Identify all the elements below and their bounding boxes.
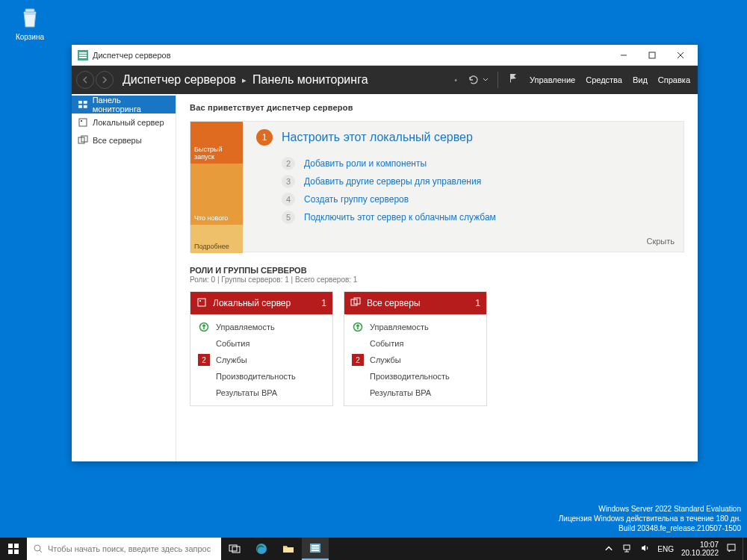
task-view-button[interactable]: [221, 538, 248, 560]
maximize-button[interactable]: [638, 46, 666, 65]
svg-rect-7: [84, 101, 87, 104]
step-number-icon: 3: [282, 175, 295, 188]
tile-all-servers[interactable]: Все серверы 1 Управляемость События 2Слу…: [344, 291, 487, 406]
menu-manage[interactable]: Управление: [530, 75, 575, 84]
svg-rect-11: [81, 120, 82, 122]
svg-rect-25: [229, 545, 237, 551]
recycle-bin-icon: [16, 4, 43, 31]
step-number-icon: 2: [282, 157, 295, 170]
add-servers-link[interactable]: Добавить другие серверы для управления: [304, 176, 481, 187]
minimize-button[interactable]: [610, 46, 638, 65]
welcome-panel: Быстрый запуск Что нового Подробнее 1 На…: [190, 121, 684, 252]
chevron-right-icon: ▸: [242, 75, 247, 85]
desktop-watermark: Windows Server 2022 Standard Evaluation …: [559, 504, 741, 533]
breadcrumb: Диспетчер серверов ▸ Панель мониторинга: [123, 73, 368, 87]
sidebar-item-label: Панель мониторинга: [93, 96, 170, 113]
tab-quick-start[interactable]: Быстрый запуск: [190, 122, 243, 164]
taskbar: Чтобы начать поиск, введите здесь запрос…: [0, 538, 747, 560]
welcome-title: Вас приветствует диспетчер серверов: [190, 103, 684, 112]
svg-rect-21: [14, 544, 19, 548]
svg-rect-33: [624, 545, 630, 550]
tile-row-performance[interactable]: Производительность: [344, 368, 486, 385]
svg-rect-6: [78, 101, 82, 104]
tile-title: Все серверы: [367, 298, 421, 308]
roles-section-subtitle: Роли: 0 | Группы серверов: 1 | Всего сер…: [190, 276, 684, 284]
tile-row-bpa[interactable]: Результаты BPA: [190, 385, 332, 401]
svg-rect-0: [25, 9, 34, 12]
language-indicator[interactable]: ENG: [657, 545, 674, 553]
svg-rect-8: [78, 105, 82, 108]
alert-badge: 2: [198, 354, 210, 366]
svg-rect-31: [311, 547, 319, 549]
servers-icon: [78, 135, 88, 146]
alert-badge: 2: [352, 354, 364, 366]
tile-row-performance[interactable]: Производительность: [190, 368, 332, 385]
server-manager-window: Диспетчер серверов Диспетчер серверов ▸ …: [72, 45, 698, 461]
tile-row-services[interactable]: 2Службы: [190, 352, 332, 368]
dashboard-icon: [78, 99, 88, 110]
sidebar-item-local-server[interactable]: Локальный сервер: [72, 113, 176, 131]
taskbar-app-edge[interactable]: [248, 538, 275, 560]
tile-local-server[interactable]: Локальный сервер 1 Управляемость События…: [190, 291, 333, 406]
configure-local-server-link[interactable]: Настроить этот локальный сервер: [282, 131, 473, 144]
svg-rect-23: [14, 550, 19, 554]
nav-forward-button[interactable]: [96, 71, 114, 89]
close-button[interactable]: [666, 46, 695, 65]
taskbar-clock[interactable]: 10:07 20.10.2022: [681, 541, 719, 557]
sidebar-item-all-servers[interactable]: Все серверы: [72, 131, 176, 149]
svg-point-24: [34, 545, 40, 551]
tab-learn-more[interactable]: Подробнее: [190, 225, 243, 253]
action-center-icon[interactable]: [726, 543, 737, 555]
menu-view[interactable]: Вид: [633, 75, 648, 84]
step-number-icon: 1: [256, 129, 273, 146]
sidebar-item-dashboard[interactable]: Панель мониторинга: [72, 96, 176, 113]
system-tray: ENG 10:07 20.10.2022: [598, 541, 743, 557]
svg-rect-34: [728, 544, 735, 550]
refresh-button[interactable]: [468, 74, 489, 86]
app-icon: [78, 50, 88, 60]
window-title: Диспетчер серверов: [93, 51, 610, 60]
tile-row-events[interactable]: События: [190, 335, 332, 352]
taskbar-search[interactable]: Чтобы начать поиск, введите здесь запрос: [27, 538, 221, 560]
notifications-icon[interactable]: [507, 72, 519, 87]
svg-rect-10: [79, 119, 87, 126]
taskbar-app-explorer[interactable]: [275, 538, 302, 560]
volume-icon[interactable]: [639, 543, 650, 555]
tile-row-manageability[interactable]: Управляемость: [344, 319, 486, 335]
svg-rect-20: [8, 544, 13, 548]
titlebar[interactable]: Диспетчер серверов: [72, 45, 698, 66]
tile-row-bpa[interactable]: Результаты BPA: [344, 385, 486, 401]
tab-whats-new[interactable]: Что нового: [190, 164, 243, 225]
menu-help[interactable]: Справка: [658, 75, 690, 84]
breadcrumb-page[interactable]: Панель мониторинга: [252, 73, 368, 87]
svg-rect-3: [79, 55, 87, 56]
tile-count: 1: [475, 298, 480, 308]
tile-row-services[interactable]: 2Службы: [344, 352, 486, 368]
svg-rect-28: [283, 547, 294, 553]
add-roles-link[interactable]: Добавить роли и компоненты: [304, 158, 427, 169]
svg-rect-15: [199, 300, 201, 302]
recycle-bin[interactable]: Корзина: [7, 4, 52, 41]
tile-row-manageability[interactable]: Управляемость: [190, 319, 332, 335]
menu-tools[interactable]: Средства: [586, 75, 622, 84]
sidebar-item-label: Локальный сервер: [93, 118, 164, 127]
tray-overflow-button[interactable]: [604, 543, 614, 555]
tile-row-events[interactable]: События: [344, 335, 486, 352]
roles-section-title: РОЛИ И ГРУППЫ СЕРВЕРОВ: [190, 266, 684, 275]
create-group-link[interactable]: Создать группу серверов: [304, 194, 409, 205]
search-placeholder: Чтобы начать поиск, введите здесь запрос: [48, 544, 211, 553]
sidebar: Панель мониторинга Локальный сервер Все …: [72, 94, 176, 461]
search-icon: [33, 544, 43, 554]
svg-rect-9: [84, 105, 87, 108]
start-button[interactable]: [0, 538, 27, 560]
connect-cloud-link[interactable]: Подключить этот сервер к облачным служба…: [304, 212, 496, 223]
network-icon[interactable]: [622, 543, 632, 555]
svg-rect-4: [79, 57, 87, 58]
svg-rect-2: [79, 52, 87, 54]
hide-welcome-button[interactable]: Скрыть: [646, 237, 675, 246]
breadcrumb-app[interactable]: Диспетчер серверов: [123, 73, 236, 87]
taskbar-app-server-manager[interactable]: [302, 538, 329, 560]
nav-back-button[interactable]: [76, 71, 94, 89]
tile-title: Локальный сервер: [213, 298, 291, 308]
show-desktop-button[interactable]: [743, 538, 747, 560]
